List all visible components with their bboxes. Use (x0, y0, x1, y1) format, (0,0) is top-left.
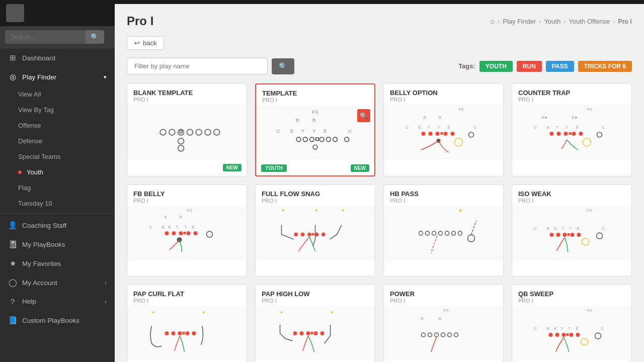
svg-text:FS: FS (587, 208, 592, 213)
svg-text:B: B (547, 226, 549, 231)
svg-rect-22 (316, 138, 319, 141)
svg-point-1 (160, 129, 166, 135)
svg-point-27 (313, 145, 317, 149)
play-card-header: HB PASS PRO I (384, 185, 503, 206)
filter-input[interactable] (127, 58, 268, 74)
play-card-blank-template[interactable]: BLANK TEMPLATE PRO I (127, 83, 247, 176)
play-card-counter-trap[interactable]: COUNTER TRAP PRO I FS B► B► C E T T E C (512, 83, 632, 176)
play-title: PAP CURL FLAT (133, 290, 240, 298)
svg-text:FS: FS (587, 107, 592, 112)
back-icon: ↩ (134, 39, 140, 47)
sidebar-item-flag[interactable]: Flag (0, 180, 115, 196)
svg-point-92 (432, 231, 436, 235)
svg-text:B: B (296, 117, 299, 123)
sidebar-item-youth[interactable]: Youth (0, 164, 115, 180)
play-card-header: ISO WEAK PRO I (512, 185, 631, 206)
sidebar-item-coaching-staff[interactable]: 👤 Coaching Staff (0, 216, 115, 235)
svg-point-95 (452, 231, 456, 235)
svg-point-5 (196, 129, 202, 135)
search-button[interactable]: 🔍 (86, 30, 104, 44)
svg-text:T: T (301, 128, 304, 134)
sidebar-item-view-by-tag[interactable]: View By Tag (0, 102, 115, 118)
svg-point-151 (570, 333, 574, 337)
svg-point-7 (214, 129, 220, 135)
svg-text:B: B (180, 215, 182, 219)
play-diagram: ◆ ◆ (127, 306, 247, 361)
svg-text:B: B (439, 115, 441, 120)
play-card-belly-option[interactable]: BELLY OPTION PRO I FS B B C E T T E C (383, 83, 504, 176)
play-sub: PRO I (390, 198, 497, 204)
sidebar-item-defense[interactable]: Defense (0, 133, 115, 149)
tags-row: Tags: YOUTH RUN PASS TRICKS FOR 6 (458, 61, 632, 72)
svg-text:T: T (569, 326, 571, 331)
play-card-pap-curl-flat[interactable]: PAP CURL FLAT PRO I ◆ ◆ (127, 285, 247, 362)
svg-point-26 (345, 137, 349, 142)
play-sub: PRO I (133, 298, 240, 304)
svg-text:◆: ◆ (315, 208, 318, 212)
play-card-template[interactable]: TEMPLATE PRO I 🔍 FS B B C E T T E C (255, 83, 375, 176)
svg-text:T: T (556, 125, 558, 130)
sidebar-item-special-teams[interactable]: Special Teams (0, 149, 115, 164)
tag-pass-button[interactable]: PASS (546, 61, 574, 72)
play-card-qb-sweep[interactable]: QB SWEEP PRO I FS C B E T T E C (512, 285, 632, 362)
svg-text:E: E (290, 128, 294, 134)
svg-point-61 (597, 132, 602, 137)
tag-run-button[interactable]: RUN (517, 61, 542, 72)
breadcrumb-sep4: › (613, 18, 615, 25)
play-diagram: ◆ (384, 206, 503, 261)
svg-point-4 (187, 129, 193, 135)
play-title: ISO WEAK (518, 190, 625, 198)
play-card-header: TEMPLATE PRO I (256, 84, 374, 105)
svg-rect-109 (568, 233, 570, 236)
coaching-icon: 👤 (8, 221, 17, 230)
breadcrumb-sep1: › (498, 18, 500, 25)
sidebar-item-my-account[interactable]: ◯ My Account ‹ (0, 273, 115, 292)
play-card-fb-belly[interactable]: FB BELLY PRO I FS B B C B E T T E (127, 185, 247, 277)
search-input[interactable] (5, 30, 86, 44)
sidebar-item-help[interactable]: ? Help ‹ (0, 292, 115, 311)
svg-point-126 (306, 331, 310, 335)
svg-rect-150 (567, 333, 569, 336)
sidebar-item-my-playbooks[interactable]: 📓 My PlayBooks (0, 235, 115, 254)
tag-youth-button[interactable]: YOUTH (479, 61, 513, 72)
sidebar-item-offense[interactable]: Offense (0, 118, 115, 133)
youth-badge: YOUTH (261, 164, 287, 172)
breadcrumb-play-finder[interactable]: Play Finder (503, 18, 536, 25)
svg-point-117 (172, 331, 176, 335)
play-card-header: FULL FLOW SNAG PRO I (256, 185, 375, 206)
sidebar-logo (6, 4, 24, 22)
sidebar-item-my-favorites[interactable]: ★ My Favorites (0, 254, 115, 273)
play-footer: NEW (127, 160, 247, 175)
breadcrumb-youth[interactable]: Youth (544, 18, 560, 25)
svg-text:C: C (534, 125, 537, 130)
svg-text:T: T (570, 226, 572, 231)
play-card-pap-high-low[interactable]: PAP HIGH LOW PRO I ◆ ◆ (255, 285, 375, 362)
svg-text:E: E (576, 125, 579, 130)
sidebar-item-tuesday10[interactable]: Tuesday 10 (0, 196, 115, 211)
tag-tricks-button[interactable]: TRICKS FOR 6 (578, 61, 632, 72)
svg-point-116 (165, 331, 169, 335)
svg-text:C: C (534, 226, 537, 231)
help-icon: ? (8, 297, 17, 306)
play-card-iso-weak[interactable]: ISO WEAK PRO I FS C B E T T E C (512, 185, 632, 277)
sidebar-item-view-all[interactable]: View All (0, 86, 115, 102)
svg-point-90 (419, 231, 423, 235)
sidebar-item-play-finder[interactable]: ◎ Play Finder ▾ (0, 67, 115, 86)
play-footer (384, 261, 503, 276)
play-card-hb-pass[interactable]: HB PASS PRO I ◆ (383, 185, 504, 277)
svg-point-42 (451, 132, 455, 136)
play-sub: PRO I (133, 97, 240, 103)
svg-text:C: C (277, 128, 280, 134)
play-sub: PRO I (262, 198, 369, 204)
breadcrumb-youth-offense[interactable]: Youth Offense (569, 18, 610, 25)
svg-text:E: E (577, 226, 580, 231)
sidebar-item-custom-playbooks[interactable]: 📘 Custom PlayBooks (0, 311, 115, 330)
play-card-full-flow-snag[interactable]: FULL FLOW SNAG PRO I ◆ ◆ ◆ (255, 185, 375, 277)
sidebar-item-dashboard[interactable]: ⊞ Dashboard (0, 48, 115, 67)
play-card-power[interactable]: POWER PRO I FS B B (383, 285, 504, 362)
filter-search-button[interactable]: 🔍 (272, 58, 294, 74)
back-button[interactable]: ↩ back (127, 36, 164, 50)
page-header: Pro I ⌂ › Play Finder › Youth › Youth Of… (127, 14, 632, 28)
svg-point-77 (194, 231, 198, 235)
svg-text:C: C (602, 226, 605, 231)
